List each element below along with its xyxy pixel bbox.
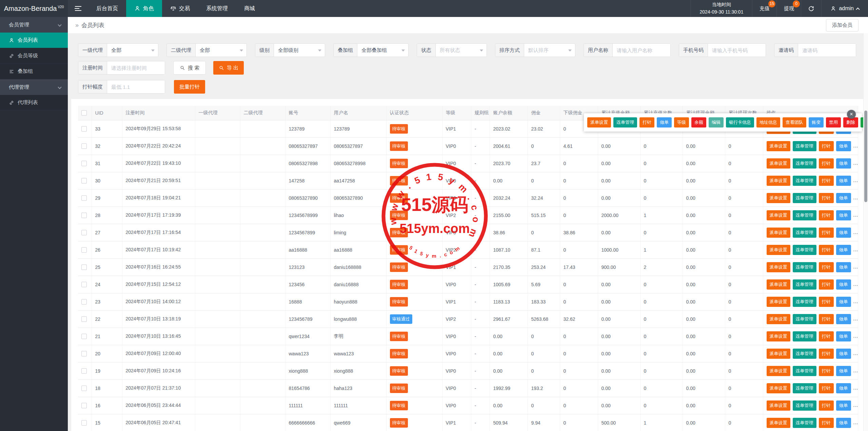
select-all-checkbox[interactable]: [81, 110, 87, 116]
action-inject-button[interactable]: 打针: [819, 400, 834, 411]
row-checkbox[interactable]: [81, 386, 87, 391]
action-dispatch-settings-button[interactable]: 派单设置: [767, 400, 790, 411]
export-button[interactable]: 导 出: [213, 61, 244, 75]
action-dispatch-settings-button[interactable]: 派单设置: [767, 210, 790, 220]
more-actions-button[interactable]: ...: [853, 333, 858, 339]
sidebar-item-member-list[interactable]: 会员列表: [0, 33, 68, 48]
filter-level-select[interactable]: 级别 全部级别: [255, 43, 325, 57]
filter-overlay-group-select[interactable]: 叠加组 全部叠加组: [333, 43, 409, 57]
row-checkbox[interactable]: [81, 247, 87, 253]
action-address-info-button[interactable]: 地址信息: [756, 117, 780, 128]
row-checkbox[interactable]: [81, 230, 87, 235]
action-chain-order-management-button[interactable]: 连单管理: [793, 210, 816, 220]
nav-item-dashboard[interactable]: 后台首页: [88, 0, 126, 17]
action-dispatch-settings-button[interactable]: 派单设置: [767, 228, 790, 238]
action-make-order-button[interactable]: 做单: [836, 193, 851, 203]
action-make-order-button[interactable]: 做单: [836, 383, 851, 393]
filter-status-select[interactable]: 状态 所有状态: [417, 43, 487, 57]
action-chain-order-management-button[interactable]: 连单管理: [793, 279, 816, 290]
action-make-order-button[interactable]: 做单: [836, 314, 851, 324]
row-checkbox[interactable]: [81, 368, 87, 374]
row-checkbox[interactable]: [81, 282, 87, 287]
action-inject-button[interactable]: 打针: [819, 158, 834, 169]
more-actions-button[interactable]: ...: [853, 195, 858, 200]
row-checkbox[interactable]: [81, 265, 87, 270]
nav-item-system[interactable]: 系统管理: [198, 0, 236, 17]
action-inject-button[interactable]: 打针: [819, 210, 834, 220]
scrollbar-thumb[interactable]: [864, 111, 867, 202]
row-checkbox[interactable]: [81, 161, 87, 166]
action-dispatch-settings-button[interactable]: 派单设置: [767, 418, 790, 428]
recharge-button[interactable]: 充值 15: [752, 0, 777, 17]
phone-input[interactable]: [708, 44, 766, 57]
nav-item-transactions[interactable]: 交易: [162, 0, 198, 17]
action-inject-button[interactable]: 打针: [819, 366, 834, 376]
invite-code-input[interactable]: [798, 44, 856, 57]
sidebar-item-agent-list[interactable]: 代理列表: [0, 95, 68, 111]
more-actions-button[interactable]: ...: [853, 247, 858, 252]
action-account-change-button[interactable]: 账变: [809, 117, 824, 128]
action-chain-order-management-button[interactable]: 连单管理: [793, 331, 816, 341]
sidebar-group-agent-management[interactable]: 代理管理: [0, 79, 68, 95]
action-chain-order-management-button[interactable]: 连单管理: [793, 400, 816, 411]
action-view-team-button[interactable]: 查看团队: [783, 117, 806, 128]
action-level-button[interactable]: 等级: [674, 117, 689, 128]
action-inject-button[interactable]: 打针: [819, 314, 834, 324]
row-checkbox[interactable]: [81, 403, 87, 408]
action-inject-button[interactable]: 打针: [639, 117, 654, 128]
action-inject-button[interactable]: 打针: [819, 262, 834, 272]
action-make-order-button[interactable]: 做单: [836, 349, 851, 359]
close-icon[interactable]: ×: [847, 110, 856, 119]
nav-item-mall[interactable]: 商城: [236, 0, 263, 17]
row-checkbox[interactable]: [81, 351, 87, 356]
row-checkbox[interactable]: [81, 316, 87, 322]
action-chain-order-management-button[interactable]: 连单管理: [793, 245, 816, 255]
action-dispatch-settings-button[interactable]: 派单设置: [767, 245, 790, 255]
nav-item-roles[interactable]: 角色: [126, 0, 162, 17]
action-make-order-button[interactable]: 做单: [836, 141, 851, 151]
more-actions-button[interactable]: ...: [853, 316, 858, 321]
more-actions-button[interactable]: ...: [853, 230, 858, 235]
more-actions-button[interactable]: ...: [853, 212, 858, 218]
row-checkbox[interactable]: [81, 143, 87, 149]
action-dispatch-settings-button[interactable]: 派单设置: [767, 349, 790, 359]
action-inject-button[interactable]: 打针: [819, 297, 834, 307]
action-chain-order-management-button[interactable]: 连单管理: [793, 297, 816, 307]
action-inject-button[interactable]: 打针: [819, 245, 834, 255]
action-chain-order-management-button[interactable]: 连单管理: [793, 228, 816, 238]
action-dispatch-settings-button[interactable]: 派单设置: [767, 176, 790, 186]
inject-range-input[interactable]: [107, 80, 165, 93]
add-member-button[interactable]: 添加会员: [826, 19, 859, 32]
batch-inject-button[interactable]: 批量打针: [174, 80, 205, 94]
action-make-order-button[interactable]: 做单: [836, 366, 851, 376]
action-chain-order-management-button[interactable]: 连单管理: [793, 349, 816, 359]
action-make-order-button[interactable]: 做单: [836, 400, 851, 411]
action-balance-button[interactable]: 余额: [691, 117, 706, 128]
action-dispatch-settings-button[interactable]: 派单设置: [767, 193, 790, 203]
register-time-input[interactable]: [107, 61, 165, 74]
row-checkbox[interactable]: [81, 334, 87, 339]
action-dispatch-settings-button[interactable]: 派单设置: [767, 279, 790, 290]
action-chain-order-management-button[interactable]: 连单管理: [793, 141, 816, 151]
more-actions-button[interactable]: ...: [853, 178, 858, 183]
action-dispatch-settings-button[interactable]: 派单设置: [767, 297, 790, 307]
more-actions-button[interactable]: ...: [853, 351, 858, 356]
refresh-button[interactable]: [801, 0, 822, 17]
more-actions-button[interactable]: ...: [853, 385, 858, 391]
more-actions-button[interactable]: ...: [853, 281, 858, 287]
action-inject-button[interactable]: 打针: [819, 176, 834, 186]
withdraw-button[interactable]: 提现 0: [777, 0, 801, 17]
action-dispatch-settings-button[interactable]: 派单设置: [767, 331, 790, 341]
more-actions-button[interactable]: ...: [853, 160, 858, 166]
action-make-order-button[interactable]: 做单: [836, 245, 851, 255]
action-make-order-button[interactable]: 做单: [836, 279, 851, 290]
action-chain-order-management-button[interactable]: 连单管理: [793, 383, 816, 393]
action-make-order-button[interactable]: 做单: [836, 418, 851, 428]
sidebar-item-member-level[interactable]: 会员等级: [0, 48, 68, 64]
more-actions-button[interactable]: ...: [853, 299, 858, 304]
action-dispatch-settings-button[interactable]: 派单设置: [587, 117, 611, 128]
action-dispatch-settings-button[interactable]: 派单设置: [767, 366, 790, 376]
action-inject-button[interactable]: 打针: [819, 193, 834, 203]
username-input[interactable]: [613, 44, 670, 57]
filter-agent1-select[interactable]: 一级代理 全部: [78, 43, 158, 57]
